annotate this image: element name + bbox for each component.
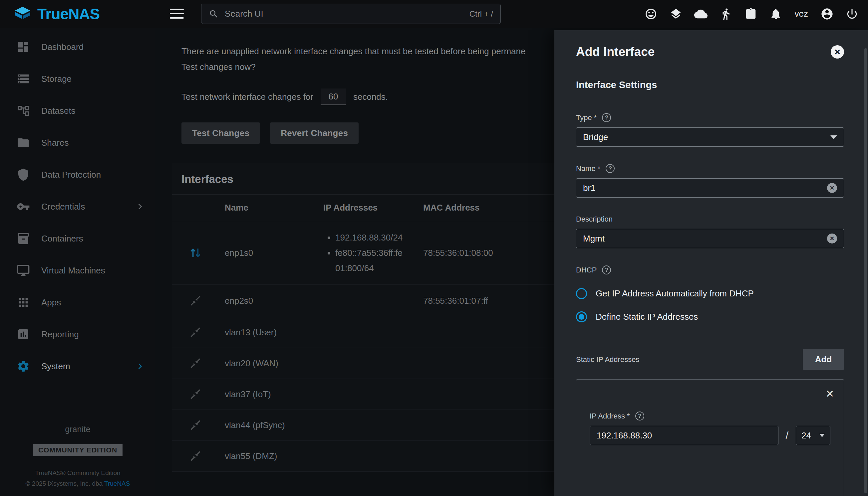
- static-ip-entry-card: IP Address * / 24: [576, 379, 844, 496]
- brand-name: TrueNAS: [37, 5, 100, 23]
- truenas-logo[interactable]: TrueNAS: [13, 0, 100, 28]
- prefix-length-select[interactable]: 24: [796, 426, 830, 445]
- name-input-wrap: [576, 178, 844, 198]
- alerts-icon[interactable]: [769, 7, 782, 21]
- datasets-icon: [17, 104, 30, 118]
- sidebar-item-data-protection[interactable]: Data Protection: [0, 159, 155, 191]
- gear-icon: [17, 360, 30, 373]
- add-static-ip-button[interactable]: Add: [803, 349, 844, 370]
- directory-services-icon[interactable]: [719, 7, 733, 21]
- sidebar-nav: Dashboard Storage Datasets Shares Data P…: [0, 28, 155, 382]
- help-icon[interactable]: [602, 265, 611, 275]
- type-label: Type *: [576, 113, 597, 122]
- jobs-icon[interactable]: [744, 7, 758, 21]
- static-ips-row: Static IP Addresses Add: [576, 349, 844, 370]
- interface-down-icon: [189, 294, 202, 307]
- radio-checked-icon: [576, 311, 587, 322]
- prefix-length-value: 24: [802, 431, 811, 441]
- radio-unchecked-icon: [576, 288, 587, 299]
- sidebar-item-label: Storage: [41, 74, 72, 84]
- close-icon[interactable]: [831, 45, 844, 59]
- add-interface-panel: Add Interface Interface Settings Type * …: [554, 30, 868, 496]
- edition-badge: COMMUNITY EDITION: [33, 444, 122, 456]
- sidebar-item-reporting[interactable]: Reporting: [0, 319, 155, 350]
- sidebar-item-shares[interactable]: Shares: [0, 127, 155, 159]
- hostname-label: granite: [0, 424, 155, 434]
- column-name: Name: [219, 203, 323, 213]
- test-duration-suffix: seconds.: [353, 92, 388, 102]
- chevron-down-icon: [830, 135, 837, 139]
- type-field: Type * Bridge: [576, 113, 844, 147]
- sidebar: Dashboard Storage Datasets Shares Data P…: [0, 28, 155, 496]
- radio-dhcp-automatic-label: Get IP Address Automatically from DHCP: [596, 289, 754, 299]
- global-search[interactable]: Ctrl + /: [201, 4, 501, 24]
- name-input[interactable]: [583, 183, 827, 193]
- interface-name: enp1s0: [219, 248, 323, 258]
- revert-changes-button[interactable]: Revert Changes: [270, 122, 359, 144]
- ip-address: fe80::7a55:36ff:fe01:800/64: [335, 245, 406, 276]
- interface-name: vlan37 (IoT): [219, 389, 323, 400]
- test-changes-button[interactable]: Test Changes: [181, 122, 260, 144]
- sidebar-item-dashboard[interactable]: Dashboard: [0, 31, 155, 63]
- interface-settings-heading: Interface Settings: [576, 79, 844, 91]
- search-shortcut-hint: Ctrl + /: [469, 9, 493, 19]
- power-icon[interactable]: [845, 7, 859, 21]
- panel-header: Add Interface: [576, 45, 844, 59]
- sidebar-item-apps[interactable]: Apps: [0, 286, 155, 319]
- remove-entry-icon[interactable]: [826, 387, 834, 400]
- topbar: TrueNAS Ctrl + / vez: [0, 0, 868, 28]
- search-icon: [209, 9, 219, 19]
- sidebar-item-label: Shares: [41, 138, 69, 148]
- dashboard-icon: [17, 40, 30, 53]
- help-icon[interactable]: [635, 412, 644, 420]
- sidebar-item-datasets[interactable]: Datasets: [0, 95, 155, 127]
- feedback-icon[interactable]: [644, 7, 658, 21]
- clear-icon[interactable]: [827, 234, 837, 244]
- chevron-right-icon: [135, 362, 144, 371]
- clear-icon[interactable]: [827, 183, 837, 193]
- topbar-actions: vez: [644, 0, 859, 28]
- username-label: vez: [795, 9, 808, 19]
- dhcp-label: DHCP: [576, 266, 597, 275]
- layers-icon[interactable]: [669, 7, 683, 21]
- radio-static-ip[interactable]: Define Static IP Addresses: [576, 305, 844, 328]
- column-mac-address: MAC Address: [423, 203, 505, 213]
- copyright-link[interactable]: TrueNAS: [104, 480, 130, 487]
- menu-icon[interactable]: [170, 7, 184, 20]
- sidebar-item-storage[interactable]: Storage: [0, 63, 155, 95]
- user-avatar-icon[interactable]: [820, 7, 834, 21]
- ip-address-input[interactable]: [597, 431, 772, 441]
- radio-dhcp-automatic[interactable]: Get IP Address Automatically from DHCP: [576, 282, 844, 305]
- reporting-icon: [17, 328, 30, 341]
- type-select[interactable]: Bridge: [576, 127, 844, 147]
- column-ip-addresses: IP Addresses: [323, 203, 423, 213]
- truecommand-icon[interactable]: [694, 7, 707, 21]
- sidebar-item-label: Data Protection: [41, 170, 101, 180]
- description-input[interactable]: [583, 234, 827, 244]
- interface-name: vlan44 (pfSync): [219, 420, 323, 431]
- static-ips-label: Static IP Addresses: [576, 355, 639, 364]
- interface-up-icon: [188, 246, 203, 260]
- sidebar-item-credentials[interactable]: Credentials: [0, 191, 155, 222]
- panel-scrollbar[interactable]: [864, 48, 867, 493]
- shares-icon: [17, 136, 30, 149]
- copyright-text: © 2025 iXsystems, Inc. dba: [26, 480, 103, 487]
- copyright: © 2025 iXsystems, Inc. dba TrueNAS: [0, 480, 155, 487]
- interface-name: vlan13 (User): [219, 327, 323, 338]
- test-seconds-input[interactable]: [320, 89, 346, 105]
- interface-name: vlan20 (WAN): [219, 358, 323, 369]
- sidebar-item-containers[interactable]: Containers: [0, 222, 155, 254]
- monitor-icon: [17, 264, 30, 277]
- search-input[interactable]: [224, 8, 469, 19]
- help-icon[interactable]: [605, 164, 615, 173]
- chevron-right-icon: [135, 202, 144, 211]
- product-line: TrueNAS® Community Edition: [0, 469, 155, 477]
- sidebar-item-virtual-machines[interactable]: Virtual Machines: [0, 254, 155, 286]
- interface-name: vlan55 (DMZ): [219, 451, 323, 461]
- sidebar-item-system[interactable]: System: [0, 350, 155, 382]
- sidebar-item-label: System: [41, 361, 70, 372]
- test-duration-prefix: Test network interface changes for: [181, 92, 313, 102]
- help-icon[interactable]: [602, 113, 611, 122]
- ip-address-list: 192.168.88.30/24 fe80::7a55:36ff:fe01:80…: [323, 230, 423, 276]
- prefix-separator: /: [786, 430, 789, 441]
